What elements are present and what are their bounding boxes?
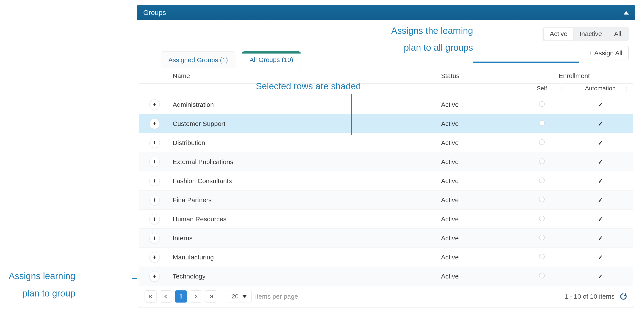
table-row[interactable]: +TechnologyActive bbox=[139, 267, 633, 286]
pager: 1 20 items per page bbox=[139, 286, 633, 307]
check-icon bbox=[598, 139, 603, 146]
cell-name: Distribution bbox=[170, 133, 438, 152]
filter-all[interactable]: All bbox=[608, 28, 627, 40]
table-row[interactable]: +Fina PartnersActive bbox=[139, 191, 633, 210]
col-self[interactable]: Self ⋮ bbox=[516, 84, 568, 95]
col-actions: ⋮ bbox=[139, 68, 170, 84]
assign-group-button[interactable]: + bbox=[149, 138, 160, 148]
assign-group-button[interactable]: + bbox=[149, 195, 160, 205]
self-enroll-radio[interactable] bbox=[539, 273, 545, 278]
panel-title: Groups bbox=[143, 9, 166, 17]
annotation-line bbox=[473, 62, 579, 63]
groups-panel: Groups Active Inactive All Assigns the l… bbox=[137, 5, 635, 307]
self-enroll-radio[interactable] bbox=[539, 101, 545, 107]
table-row[interactable]: +Fashion ConsultantsActive bbox=[139, 172, 633, 191]
cell-status: Active bbox=[438, 95, 516, 114]
assign-group-button[interactable]: + bbox=[149, 214, 160, 224]
cell-status: Active bbox=[438, 152, 516, 172]
column-menu-icon[interactable]: ⋮ bbox=[624, 86, 630, 92]
pager-prev-button[interactable] bbox=[160, 290, 172, 302]
column-menu-icon[interactable]: ⋮ bbox=[559, 86, 565, 92]
cell-status: Active bbox=[438, 191, 516, 210]
table-row[interactable]: +Customer SupportActive bbox=[139, 114, 633, 133]
col-name[interactable]: Name ⋮ bbox=[170, 68, 438, 84]
check-icon bbox=[598, 158, 603, 165]
plus-icon: + bbox=[588, 49, 592, 57]
column-menu-icon[interactable]: ⋮ bbox=[161, 73, 167, 79]
cell-name: Administration bbox=[170, 95, 438, 114]
table-row[interactable]: +Human ResourcesActive bbox=[139, 210, 633, 229]
collapse-icon[interactable] bbox=[624, 11, 629, 15]
column-menu-icon[interactable]: ⋮ bbox=[507, 73, 513, 79]
assign-group-button[interactable]: + bbox=[149, 118, 160, 129]
check-icon bbox=[598, 254, 603, 261]
last-page-icon bbox=[209, 294, 213, 299]
cell-status: Active bbox=[438, 133, 516, 152]
cell-name: Interns bbox=[170, 229, 438, 248]
assign-group-button[interactable]: + bbox=[149, 157, 160, 167]
assign-group-button[interactable]: + bbox=[149, 99, 160, 110]
cell-status: Active bbox=[438, 114, 516, 133]
col-self-label: Self bbox=[537, 85, 547, 92]
self-enroll-radio[interactable] bbox=[539, 216, 545, 221]
assign-group-button[interactable]: + bbox=[149, 252, 160, 262]
groups-grid: ⋮ Name ⋮ Status ⋮ Enrollment bbox=[139, 68, 633, 307]
check-icon bbox=[598, 235, 603, 242]
table-row[interactable]: +ManufacturingActive bbox=[139, 248, 633, 267]
table-row[interactable]: +InternsActive bbox=[139, 229, 633, 248]
page-size-value: 20 bbox=[232, 293, 238, 300]
cell-name: Human Resources bbox=[170, 210, 438, 229]
assign-all-label: Assign All bbox=[594, 49, 622, 57]
table-row[interactable]: +External PublicationsActive bbox=[139, 152, 633, 172]
col-name-label: Name bbox=[173, 72, 190, 79]
column-menu-icon[interactable]: ⋮ bbox=[429, 73, 435, 79]
assign-group-button[interactable]: + bbox=[149, 233, 160, 243]
cell-name: Customer Support bbox=[170, 114, 438, 133]
pager-first-button[interactable] bbox=[144, 290, 157, 302]
col-automation-label: Automation bbox=[585, 85, 616, 92]
page-size-select[interactable]: 20 bbox=[227, 290, 252, 303]
assign-all-button[interactable]: + Assign All bbox=[582, 46, 629, 60]
tab-assigned-groups[interactable]: Assigned Groups (1) bbox=[161, 51, 236, 68]
pager-last-button[interactable] bbox=[205, 290, 217, 302]
chevron-right-icon bbox=[194, 294, 198, 299]
filter-active[interactable]: Active bbox=[544, 28, 574, 40]
self-enroll-radio[interactable] bbox=[539, 120, 545, 126]
annotation-assign-all: Assigns the learning plan to all groups bbox=[391, 26, 473, 53]
col-enrollment-label: Enrollment bbox=[559, 72, 590, 79]
self-enroll-radio[interactable] bbox=[539, 197, 545, 202]
chevron-left-icon bbox=[164, 294, 168, 299]
check-icon bbox=[598, 196, 603, 204]
pager-page-1[interactable]: 1 bbox=[175, 290, 187, 302]
assign-group-button[interactable]: + bbox=[149, 176, 160, 186]
table-row[interactable]: +DistributionActive bbox=[139, 133, 633, 152]
cell-status: Active bbox=[438, 267, 516, 286]
tab-all-groups[interactable]: All Groups (10) bbox=[242, 51, 301, 68]
refresh-icon[interactable] bbox=[619, 292, 628, 301]
cell-status: Active bbox=[438, 210, 516, 229]
panel-body: Active Inactive All Assigns the learning… bbox=[137, 20, 635, 307]
cell-name: External Publications bbox=[170, 152, 438, 172]
col-automation[interactable]: Automation ⋮ bbox=[568, 84, 633, 95]
self-enroll-radio[interactable] bbox=[539, 178, 545, 183]
self-enroll-radio[interactable] bbox=[539, 254, 545, 259]
filter-inactive[interactable]: Inactive bbox=[574, 28, 608, 40]
self-enroll-radio[interactable] bbox=[539, 139, 545, 145]
panel-header[interactable]: Groups bbox=[137, 5, 635, 20]
table-row[interactable]: +AdministrationActive bbox=[139, 95, 633, 114]
check-icon bbox=[598, 101, 603, 108]
check-icon bbox=[598, 273, 603, 280]
self-enroll-radio[interactable] bbox=[539, 158, 545, 164]
check-icon bbox=[598, 177, 603, 185]
cell-name: Technology bbox=[170, 267, 438, 286]
items-per-page-label: items per page bbox=[255, 293, 298, 300]
tabs: Assigned Groups (1) All Groups (10) bbox=[137, 51, 635, 68]
assign-group-button[interactable]: + bbox=[149, 271, 160, 281]
cell-status: Active bbox=[438, 229, 516, 248]
self-enroll-radio[interactable] bbox=[539, 235, 545, 240]
col-status[interactable]: Status ⋮ bbox=[438, 68, 516, 84]
check-icon bbox=[598, 120, 603, 127]
cell-name: Fina Partners bbox=[170, 191, 438, 210]
col-enrollment: Enrollment bbox=[516, 68, 633, 84]
pager-next-button[interactable] bbox=[190, 290, 202, 302]
